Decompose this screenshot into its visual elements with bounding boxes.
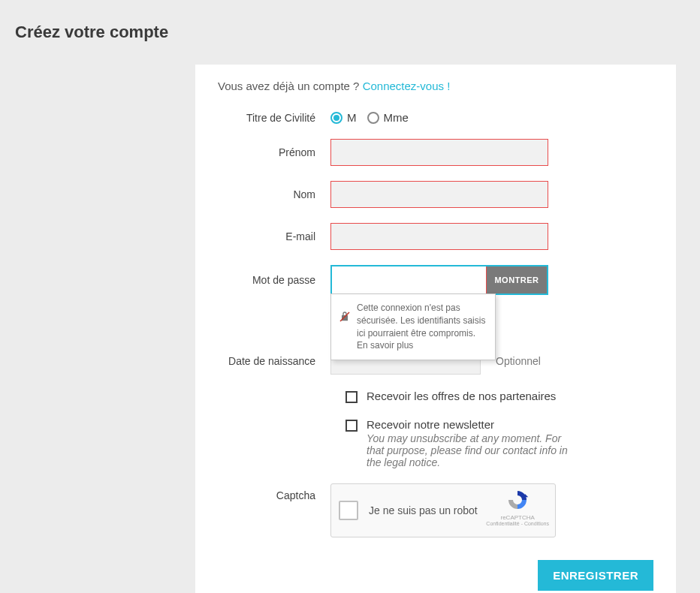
row-password: Mot de passe MONTRER Cette connexion n'e… (218, 265, 653, 295)
tooltip-text: Cette connexion n'est pas sécurisée. Les… (357, 303, 485, 339)
tooltip-learn-more-link[interactable]: En savoir plus (357, 340, 413, 351)
label-firstname: Prénom (218, 146, 330, 158)
newsletter-label-block: Recevoir notre newsletter You may unsubs… (367, 418, 577, 468)
radio-mme[interactable] (367, 112, 379, 124)
row-email: E-mail (218, 223, 653, 250)
recaptcha-icon (506, 489, 529, 511)
lock-insecure-icon (339, 311, 351, 323)
partners-checkbox[interactable] (345, 391, 358, 403)
row-civility: Titre de Civilité M Mme (218, 111, 653, 124)
row-partners: Recevoir les offres de nos partenaires (345, 390, 653, 403)
label-captcha: Captcha (218, 483, 330, 501)
login-link[interactable]: Connectez-vous ! (363, 80, 451, 92)
lastname-input[interactable] (330, 181, 548, 208)
captcha-brand-text: reCAPTCHA (486, 514, 549, 521)
civility-radio-group: M Mme (330, 111, 556, 124)
email-input[interactable] (330, 223, 548, 250)
submit-button[interactable]: ENREGISTRER (538, 560, 653, 591)
show-password-button[interactable]: MONTRER (487, 266, 547, 293)
svg-marker-1 (525, 494, 529, 498)
page-title: Créez votre compte (15, 23, 685, 42)
newsletter-label: Recevoir notre newsletter (367, 418, 577, 431)
row-lastname: Nom (218, 181, 653, 208)
radio-m[interactable] (330, 112, 342, 124)
captcha-brand: reCAPTCHA Confidentialité - Conditions (486, 489, 549, 526)
row-newsletter: Recevoir notre newsletter You may unsubs… (345, 418, 653, 468)
login-prompt-text: Vous avez déjà un compte ? (218, 80, 363, 92)
partners-label: Recevoir les offres de nos partenaires (367, 390, 556, 402)
row-captcha: Captcha Je ne suis pas un robot reCAPTCH… (218, 483, 653, 537)
captcha-links[interactable]: Confidentialité - Conditions (486, 521, 549, 526)
captcha-label: Je ne suis pas un robot (369, 504, 478, 516)
login-prompt: Vous avez déjà un compte ? Connectez-vou… (218, 80, 653, 92)
label-birthdate: Date de naissance (218, 355, 330, 367)
firstname-input[interactable] (330, 139, 548, 166)
newsletter-sublabel: You may unsubscribe at any moment. For t… (367, 432, 577, 468)
signup-card: Vous avez déjà un compte ? Connectez-vou… (195, 65, 676, 593)
password-input[interactable] (332, 266, 487, 293)
submit-row: ENREGISTRER (218, 560, 653, 591)
newsletter-checkbox[interactable] (345, 420, 358, 432)
password-wrap: MONTRER (330, 265, 548, 295)
row-firstname: Prénom (218, 139, 653, 166)
col-email (330, 223, 556, 250)
optional-hint: Optionnel (496, 355, 541, 367)
label-civility: Titre de Civilité (218, 112, 330, 124)
captcha-box: Je ne suis pas un robot reCAPTCHA Confid… (330, 483, 556, 537)
col-password: MONTRER Cette connexion n'est pas sécuri… (330, 265, 556, 295)
radio-mme-label: Mme (384, 111, 409, 124)
label-email: E-mail (218, 230, 330, 242)
col-firstname (330, 139, 556, 166)
col-lastname (330, 181, 556, 208)
security-tooltip: Cette connexion n'est pas sécurisée. Les… (330, 293, 496, 360)
label-lastname: Nom (218, 188, 330, 200)
captcha-checkbox[interactable] (339, 501, 358, 520)
label-password: Mot de passe (218, 274, 330, 286)
radio-m-label: M (347, 111, 357, 124)
